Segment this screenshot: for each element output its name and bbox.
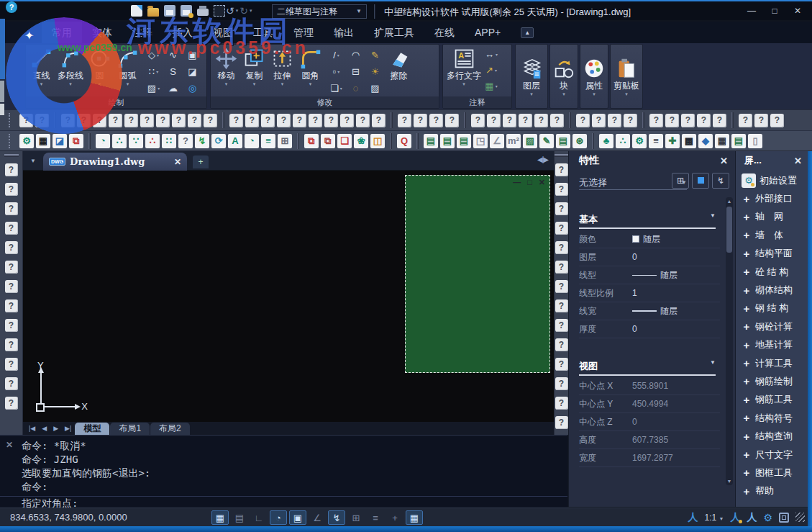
layers-button[interactable]: 图层▾ — [515, 44, 548, 109]
embedded-restore[interactable]: □ — [527, 178, 532, 187]
embedded-minimize[interactable]: — — [513, 178, 521, 187]
close-button[interactable]: ✕ — [788, 4, 808, 18]
property-row[interactable]: 中心点 Z0 — [579, 413, 720, 431]
toolbar-drag-handle[interactable] — [555, 154, 569, 157]
screen-menu-item-13[interactable]: +钢筋工具 — [736, 391, 808, 409]
embedded-close[interactable]: ✕ — [539, 178, 545, 187]
screen-menu-item-4[interactable]: +墙 体 — [736, 226, 808, 244]
panel-label-annotate[interactable]: 注释 — [443, 96, 511, 108]
tool-icon[interactable]: ◔ — [96, 134, 110, 148]
unknown-tool-icon[interactable]: ? — [5, 163, 18, 176]
annotation-monitor-icon[interactable]: 人 — [747, 511, 757, 524]
screen-menu-item-16[interactable]: +尺寸文字 — [736, 446, 808, 464]
clipboard-button[interactable]: 剪贴板▾ — [610, 44, 643, 109]
unknown-tool-icon[interactable]: ? — [172, 114, 186, 127]
annotation-visibility-icon[interactable]: 人 — [688, 511, 698, 524]
quick-select-button[interactable]: ⊞ — [672, 173, 689, 189]
dyn-input-toggle[interactable]: ↯ — [328, 510, 345, 525]
unknown-tool-icon[interactable]: ? — [555, 416, 568, 429]
unknown-tool-icon[interactable]: ? — [188, 114, 201, 127]
unknown-tool-icon[interactable]: ? — [555, 338, 568, 351]
tool-icon[interactable]: ⧉ — [321, 134, 335, 148]
screen-menu-item-10[interactable]: +地基计算 — [736, 336, 808, 354]
layout-nav-button[interactable]: ▶| — [62, 423, 74, 435]
unknown-tool-icon[interactable]: ? — [324, 114, 338, 127]
unknown-tool-icon[interactable]: ? — [229, 114, 243, 127]
screen-menu-item-7[interactable]: +砌体结构 — [736, 281, 808, 299]
embedded-green-window[interactable]: —□✕ — [405, 175, 550, 373]
lineweight-toggle[interactable]: ⊞ — [347, 510, 365, 525]
unknown-tool-icon[interactable]: ? — [445, 114, 459, 127]
toolbar-drag-handle[interactable] — [4, 154, 19, 157]
unknown-tool-icon[interactable]: ? — [555, 377, 568, 390]
tool-icon[interactable]: A — [228, 134, 242, 148]
ribbon-small-tool-icon[interactable]: ❏▾ — [327, 80, 346, 96]
osnap-toggle[interactable]: ▣ — [289, 510, 306, 525]
unknown-tool-icon[interactable]: ? — [398, 114, 411, 127]
screen-menu-item-2[interactable]: +外部接口 — [736, 189, 808, 207]
polyline-button[interactable]: 多段线▾ — [55, 46, 86, 88]
ribbon-small-tool-icon[interactable]: ◌ — [346, 80, 365, 96]
block-button[interactable]: 块▾ — [549, 44, 578, 109]
select-objects-button[interactable] — [692, 173, 709, 189]
cycling-toggle[interactable]: + — [386, 510, 403, 525]
tool-icon[interactable]: ▨ — [523, 134, 537, 148]
tool-icon[interactable]: ◪ — [53, 134, 67, 148]
grid-toggle[interactable]: ▤ — [231, 510, 248, 525]
screen-menu-item-17[interactable]: +图框工具 — [736, 464, 808, 482]
unknown-tool-icon[interactable]: ? — [592, 114, 606, 127]
tool-icon[interactable]: ▤ — [556, 134, 570, 148]
redo-dropdown-icon[interactable]: ▾ — [250, 8, 252, 14]
minimize-button[interactable]: — — [742, 4, 762, 18]
unknown-tool-icon[interactable]: ? — [555, 358, 568, 371]
section-view[interactable]: 视图▼ — [579, 360, 716, 376]
unknown-tool-icon[interactable]: ? — [293, 114, 306, 127]
screen-menu-close-icon[interactable]: ✕ — [794, 155, 802, 166]
unknown-tool-icon[interactable]: ? — [204, 114, 217, 127]
unknown-tool-icon[interactable]: ? — [429, 114, 443, 127]
screen-menu-item-5[interactable]: +结构平面 — [736, 245, 808, 263]
menu-tab-在线[interactable]: 在线 — [424, 22, 465, 43]
fullscreen-icon[interactable] — [779, 513, 789, 523]
unknown-tool-icon[interactable]: ? — [414, 114, 427, 127]
new-document-tab-button[interactable]: + — [193, 155, 209, 168]
annotation-autoscale-icon[interactable]: 人 — [730, 511, 740, 524]
unknown-tool-icon[interactable]: ? — [555, 241, 568, 254]
erase-button[interactable]: 擦除 — [385, 46, 413, 82]
circle-button[interactable]: 圆▾ — [86, 46, 114, 88]
selection-dropdown[interactable]: 无选择 ▼ — [579, 176, 687, 190]
unknown-tool-icon[interactable]: ? — [5, 202, 18, 215]
menu-tab-扩展工具[interactable]: 扩展工具 — [364, 22, 424, 43]
tool-icon[interactable]: ∷ — [162, 134, 176, 148]
menu-tab-管理[interactable]: 管理 — [283, 22, 324, 43]
tool-icon[interactable]: ❀ — [354, 134, 368, 148]
menu-tab-APP+[interactable]: APP+ — [465, 22, 511, 43]
tool-icon[interactable]: ⧉ — [304, 134, 319, 148]
print-icon[interactable] — [197, 9, 209, 16]
undo-dropdown-icon[interactable]: ▾ — [236, 8, 239, 14]
new-file-icon[interactable] — [131, 5, 142, 17]
open-file-icon[interactable] — [147, 8, 159, 17]
document-tab-close-icon[interactable]: ✕ — [174, 157, 181, 167]
arc-button[interactable]: 圆弧▾ — [114, 46, 142, 88]
scroll-down-icon[interactable]: ▼ — [726, 477, 733, 485]
screen-menu-item-14[interactable]: +结构符号 — [736, 409, 808, 427]
layout-tab-布局1[interactable]: 布局1 — [110, 423, 150, 435]
screen-menu-item-11[interactable]: +计算工具 — [736, 354, 808, 372]
document-tab[interactable]: DWG Drawing1.dwg ✕ — [43, 153, 187, 171]
unknown-tool-icon[interactable]: ? — [555, 299, 568, 312]
move-button[interactable]: 移动▾ — [212, 46, 240, 88]
menu-tab-实体[interactable]: 实体 — [82, 22, 122, 43]
property-row[interactable]: 线宽随层 — [579, 302, 720, 320]
unknown-tool-icon[interactable]: ? — [5, 319, 18, 332]
ribbon-small-tool-icon[interactable]: ↔▾ — [485, 46, 498, 62]
unknown-tool-icon[interactable]: ? — [277, 114, 291, 127]
toggle-pickadd-button[interactable]: ↯ — [712, 173, 729, 189]
unknown-tool-icon[interactable]: ? — [5, 358, 18, 371]
panel-label-modify[interactable]: 修改 — [211, 96, 439, 108]
ribbon-small-tool-icon[interactable]: ☁ — [163, 80, 183, 96]
screen-menu-item-12[interactable]: +钢筋绘制 — [736, 372, 808, 390]
unknown-tool-icon[interactable]: ? — [5, 377, 18, 390]
unknown-tool-icon[interactable]: ? — [372, 114, 386, 127]
tool-icon[interactable]: ⟳ — [211, 134, 226, 148]
